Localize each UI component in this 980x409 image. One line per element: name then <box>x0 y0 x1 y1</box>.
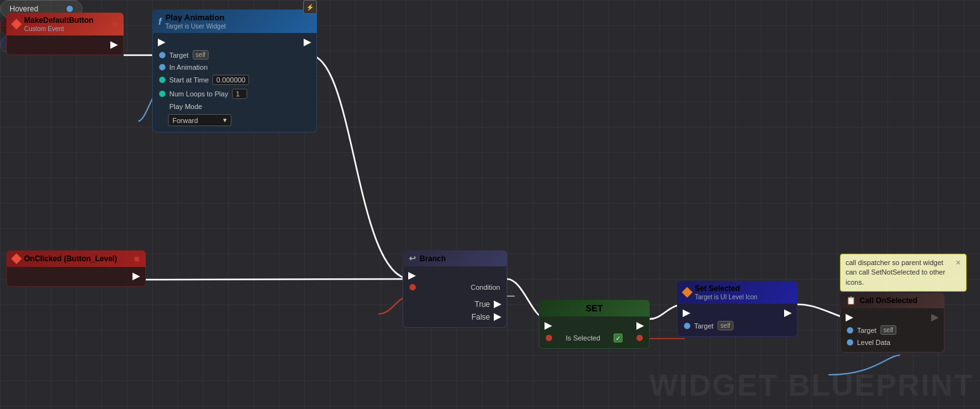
set-selected-exec-in[interactable] <box>683 309 690 317</box>
set-selected-subtitle: Target is UI Level Icon <box>695 294 758 301</box>
onclick-exec-out[interactable] <box>132 273 140 280</box>
play-anim-play-mode-select-row: Forward ▾ <box>153 112 316 128</box>
play-anim-exec-row <box>153 37 316 48</box>
condition-label: Condition <box>471 283 500 291</box>
onclick-event-icon <box>11 254 22 264</box>
in-animation-pin[interactable] <box>159 64 165 70</box>
make-default-button-node: MakeDefaultButton Custom Event ■ <box>6 13 124 55</box>
set-selected-node: Set Selected Target is UI Level Icon Tar… <box>677 281 797 337</box>
play-animation-header: f Play Animation Target is User Widget <box>152 10 317 33</box>
branch-exec-row <box>403 270 506 282</box>
set-exec-in[interactable] <box>545 322 552 330</box>
call-onselected-exec-in[interactable] <box>846 314 853 321</box>
make-default-button-title: MakeDefaultButton <box>24 16 93 25</box>
branch-icon: ↩ <box>409 254 416 263</box>
play-animation-subtitle: Target is User Widget <box>165 23 226 30</box>
false-label: False <box>472 313 490 321</box>
set-node: SET Is Selected ✓ <box>539 300 650 349</box>
on-clicked-node: OnClicked (Button_Level) ■ <box>6 250 146 287</box>
make-default-button-header: MakeDefaultButton Custom Event ■ <box>6 13 124 36</box>
target-pin[interactable] <box>159 52 165 58</box>
on-clicked-title: OnClicked (Button_Level) <box>24 254 117 263</box>
branch-false-out[interactable] <box>494 313 501 321</box>
call-onselected-target-value: self <box>880 325 897 335</box>
start-time-value[interactable]: 0.000000 <box>212 75 249 85</box>
play-anim-start-time-row: Start at Time 0.000000 <box>153 73 316 87</box>
call-icon: 📋 <box>846 296 856 305</box>
level-data-pin[interactable] <box>847 339 853 346</box>
set-is-selected-label: Is Selected <box>566 334 600 342</box>
on-clicked-exec-row <box>7 271 145 282</box>
set-selected-target-value: self <box>718 321 734 330</box>
call-onselected-body: Target self Level Data <box>840 308 945 353</box>
target-value: self <box>193 50 209 60</box>
target-label: Target <box>169 51 189 59</box>
branch-title: Branch <box>420 254 446 263</box>
set-selected-target-label: Target <box>694 322 714 330</box>
num-loops-value[interactable]: 1 <box>232 89 247 99</box>
set-selected-body: Target self <box>677 304 797 337</box>
branch-body: Condition True False <box>403 266 507 328</box>
branch-header: ↩ Branch <box>403 250 507 266</box>
branch-true-row: True <box>403 298 506 311</box>
function-icon: f <box>158 16 162 27</box>
play-anim-exec-in[interactable] <box>158 39 165 46</box>
call-onselected-exec-out[interactable] <box>931 314 939 321</box>
set-selected-target-row: Target self <box>678 319 797 332</box>
branch-node: ↩ Branch Condition True False <box>403 250 507 328</box>
canvas-background <box>0 0 980 409</box>
tooltip-close-icon[interactable]: ✕ <box>955 258 961 268</box>
play-mode-select-value: Forward <box>172 117 198 124</box>
branch-false-row: False <box>403 311 506 323</box>
play-mode-icon <box>159 103 165 110</box>
exec-out-pin[interactable] <box>110 41 118 49</box>
call-onselected-target-row: Target self <box>841 323 944 337</box>
play-animation-node: ⚡ f Play Animation Target is User Widget… <box>152 10 317 133</box>
play-anim-in-anim-row: In Animation <box>153 62 316 73</box>
make-default-exec-row <box>7 39 123 51</box>
set-selected-target-pin[interactable] <box>684 323 690 329</box>
set-selected-icon <box>682 287 693 298</box>
set-selected-title: Set Selected <box>695 284 758 293</box>
start-time-label: Start at Time <box>169 76 209 84</box>
call-onselected-title: Call OnSelected <box>860 296 917 305</box>
set-selected-exec-out[interactable] <box>784 309 792 317</box>
set-selected-exec-row <box>678 308 797 319</box>
set-is-selected-in-pin[interactable] <box>546 335 552 341</box>
set-exec-out[interactable] <box>636 322 644 330</box>
set-title: SET <box>586 303 603 313</box>
chevron-down-icon: ▾ <box>223 116 227 124</box>
play-animation-body: Target self In Animation Start at Time 0… <box>152 33 317 133</box>
condition-pin[interactable] <box>409 284 416 290</box>
event-diamond-icon <box>11 19 22 30</box>
on-clicked-header: OnClicked (Button_Level) ■ <box>6 250 146 267</box>
call-onselected-header: 📋 Call OnSelected <box>840 293 945 308</box>
branch-condition-row: Condition <box>403 282 506 293</box>
set-exec-row <box>539 320 649 332</box>
true-label: True <box>475 300 490 309</box>
call-onselected-target-pin[interactable] <box>847 327 853 334</box>
call-onselected-level-data-row: Level Data <box>841 337 944 348</box>
play-mode-select[interactable]: Forward ▾ <box>168 114 231 126</box>
play-anim-exec-out[interactable] <box>304 39 311 46</box>
on-clicked-body <box>6 267 146 287</box>
set-header: SET <box>539 300 650 316</box>
tooltip-text: call dispatcher so parent widget can cal… <box>846 258 953 287</box>
start-time-pin[interactable] <box>159 77 165 83</box>
close-icon[interactable]: ■ <box>112 19 117 29</box>
branch-exec-in[interactable] <box>408 272 416 280</box>
in-animation-label: In Animation <box>169 63 208 71</box>
onclick-close-icon[interactable]: ■ <box>134 254 139 264</box>
make-default-button-subtitle: Custom Event <box>24 25 93 32</box>
make-default-button-body <box>6 36 124 55</box>
play-anim-play-mode-row: Play Mode <box>153 101 316 112</box>
num-loops-pin[interactable] <box>159 91 165 97</box>
set-is-selected-out-pin[interactable] <box>636 335 643 341</box>
branch-true-out[interactable] <box>494 301 501 308</box>
play-anim-target-row: Target self <box>153 48 316 62</box>
call-onselected-exec-row <box>841 312 944 323</box>
set-is-selected-row: Is Selected ✓ <box>539 332 649 344</box>
play-mode-label: Play Mode <box>169 103 202 110</box>
is-selected-checkbox[interactable]: ✓ <box>614 334 622 342</box>
play-anim-num-loops-row: Num Loops to Play 1 <box>153 87 316 101</box>
